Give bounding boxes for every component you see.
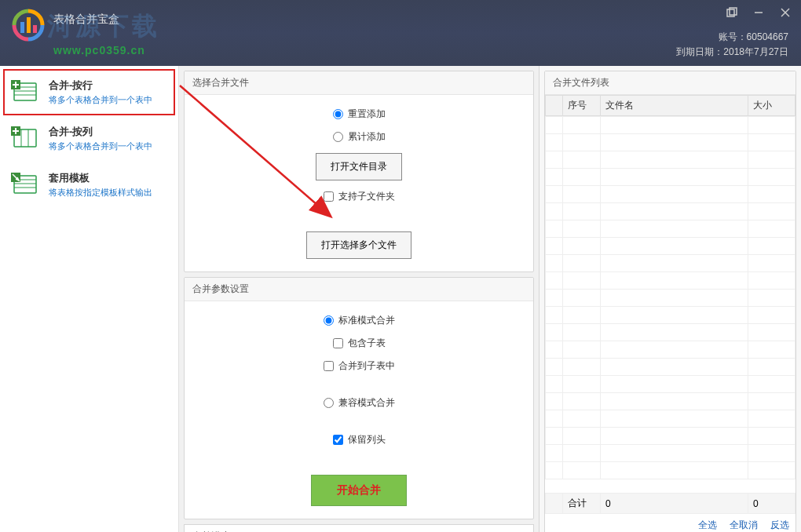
total-size: 0 <box>748 494 796 514</box>
table-row <box>546 134 796 151</box>
table-row <box>546 359 796 376</box>
table-row <box>546 272 796 290</box>
sidebar-item-label: 合并-按行 <box>49 78 167 93</box>
deselect-all-link[interactable]: 全取消 <box>730 519 758 532</box>
select-files-panel: 选择合并文件 重置添加 累计添加 打开文件目录 支持子文件夹 打开选择多个文件 <box>184 71 534 272</box>
app-title: 表格合并宝盒 <box>53 13 119 27</box>
file-list-panel: 合并文件列表 序号 文件名 大小 <box>539 66 801 532</box>
table-body[interactable] <box>545 116 796 493</box>
panel-title: 合并参数设置 <box>185 278 533 301</box>
expire-date: 2018年7月27日 <box>723 46 788 57</box>
col-filename[interactable]: 文件名 <box>601 96 748 116</box>
sidebar-item-template[interactable]: 套用模板 将表格按指定模板样式输出 <box>3 162 175 208</box>
radio-compat-mode[interactable]: 兼容模式合并 <box>324 396 395 410</box>
panel-title: 合并文件列表 <box>545 71 796 95</box>
table-row <box>546 117 796 134</box>
panel-title: 选择合并文件 <box>185 71 533 95</box>
table-row <box>546 428 796 445</box>
account-number: 60504667 <box>747 31 788 42</box>
check-keep-header[interactable]: 保留列头 <box>333 433 386 446</box>
svg-rect-2 <box>33 25 37 33</box>
progress-label: 合并进度 <box>184 524 534 532</box>
table-row <box>546 393 796 410</box>
sidebar-item-desc: 将表格按指定模板样式输出 <box>49 187 167 199</box>
file-list-table: 序号 文件名 大小 <box>545 95 796 116</box>
table-row <box>546 186 796 203</box>
table-row <box>546 341 796 359</box>
table-row <box>546 255 796 272</box>
close-icon[interactable] <box>777 5 793 20</box>
open-multiple-files-button[interactable]: 打开选择多个文件 <box>306 231 411 259</box>
col-checkbox <box>546 96 563 116</box>
sidebar-item-merge-cols[interactable]: 合并-按列 将多个表格合并到一个表中 <box>3 115 175 162</box>
tabs-icon[interactable] <box>724 5 740 20</box>
svg-rect-0 <box>20 22 24 33</box>
sidebar: 合并-按行 将多个表格合并到一个表中 合并-按列 将多个表格合并到一个表中 套用… <box>0 66 179 532</box>
total-row: 合计 0 0 <box>546 494 796 514</box>
watermark-url: www.pc0359.cn <box>53 44 145 56</box>
check-merge-to-subsheet[interactable]: 合并到子表中 <box>324 359 395 373</box>
table-row <box>546 410 796 428</box>
invert-selection-link[interactable]: 反选 <box>770 519 789 532</box>
sidebar-item-desc: 将多个表格合并到一个表中 <box>49 94 167 106</box>
table-row <box>546 307 796 324</box>
start-merge-button[interactable]: 开始合并 <box>311 475 407 506</box>
table-row <box>546 151 796 169</box>
radio-standard-mode[interactable]: 标准模式合并 <box>324 314 395 327</box>
merge-rows-icon <box>11 78 39 104</box>
total-label: 合计 <box>563 494 601 514</box>
sidebar-item-label: 合并-按列 <box>49 125 167 139</box>
table-row <box>546 169 796 186</box>
table-row <box>546 462 796 479</box>
sidebar-item-desc: 将多个表格合并到一个表中 <box>49 140 167 152</box>
template-icon <box>11 171 39 196</box>
check-include-subsheet[interactable]: 包含子表 <box>333 337 386 350</box>
radio-accumulate-add[interactable]: 累计添加 <box>333 130 386 144</box>
total-count: 0 <box>601 494 748 514</box>
sidebar-item-merge-rows[interactable]: 合并-按行 将多个表格合并到一个表中 <box>3 69 175 115</box>
table-row <box>546 324 796 341</box>
table-row <box>546 290 796 307</box>
open-directory-button[interactable]: 打开文件目录 <box>316 153 402 180</box>
merge-cols-icon <box>11 125 39 150</box>
app-logo-icon <box>9 6 47 44</box>
svg-rect-1 <box>27 17 31 33</box>
col-seq[interactable]: 序号 <box>563 96 601 116</box>
window-controls <box>724 5 793 20</box>
col-size[interactable]: 大小 <box>748 96 796 116</box>
table-row <box>546 203 796 220</box>
center-panel: 选择合并文件 重置添加 累计添加 打开文件目录 支持子文件夹 打开选择多个文件 <box>179 66 539 532</box>
merge-params-panel: 合并参数设置 标准模式合并 包含子表 合并到子表中 兼容模式合并 <box>184 277 534 519</box>
titlebar: 表格合并宝盒 河源下载 www.pc0359.cn 账号：60504667 到期… <box>0 0 801 66</box>
table-row <box>546 238 796 255</box>
select-all-link[interactable]: 全选 <box>698 519 717 532</box>
minimize-icon[interactable] <box>751 5 766 20</box>
sidebar-item-label: 套用模板 <box>49 171 167 185</box>
table-row <box>546 376 796 393</box>
account-info: 账号：60504667 到期日期：2018年7月27日 <box>676 30 788 60</box>
check-support-subfolder[interactable]: 支持子文件夹 <box>324 190 395 203</box>
table-row <box>546 445 796 462</box>
selection-actions: 全选 全取消 反选 <box>545 514 796 532</box>
table-row <box>546 220 796 238</box>
radio-reset-add[interactable]: 重置添加 <box>333 107 386 121</box>
